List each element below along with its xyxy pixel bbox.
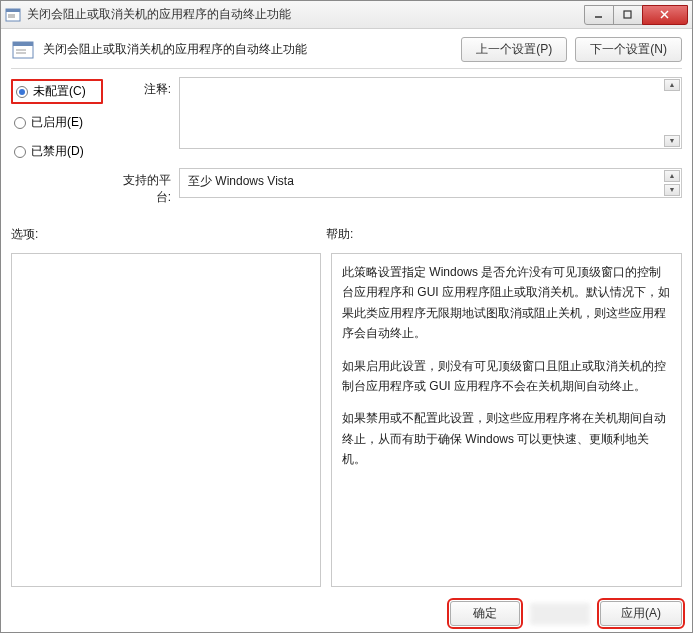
scroll-up-icon[interactable]: ▲ xyxy=(664,170,680,182)
radio-disabled[interactable]: 已禁用(D) xyxy=(11,141,103,162)
obscured-button xyxy=(530,603,590,625)
scroll-down-icon[interactable]: ▼ xyxy=(664,135,680,147)
radio-icon xyxy=(14,146,26,158)
header-row: 关闭会阻止或取消关机的应用程序的自动终止功能 上一个设置(P) 下一个设置(N) xyxy=(11,37,682,69)
panel-labels: 选项: 帮助: xyxy=(11,212,682,247)
minimize-button[interactable] xyxy=(584,5,614,25)
radio-group: 未配置(C) 已启用(E) 已禁用(D) xyxy=(11,77,103,162)
window-title: 关闭会阻止或取消关机的应用程序的自动终止功能 xyxy=(27,6,585,23)
next-setting-button[interactable]: 下一个设置(N) xyxy=(575,37,682,62)
apply-button[interactable]: 应用(A) xyxy=(600,601,682,626)
platform-value: 至少 Windows Vista xyxy=(188,174,294,188)
radio-icon xyxy=(16,86,28,98)
help-para: 此策略设置指定 Windows 是否允许没有可见顶级窗口的控制台应用程序和 GU… xyxy=(342,262,671,344)
setting-title: 关闭会阻止或取消关机的应用程序的自动终止功能 xyxy=(43,41,453,58)
maximize-button[interactable] xyxy=(613,5,643,25)
radio-enabled[interactable]: 已启用(E) xyxy=(11,112,103,133)
previous-setting-button[interactable]: 上一个设置(P) xyxy=(461,37,567,62)
policy-dialog: 关闭会阻止或取消关机的应用程序的自动终止功能 关闭会 xyxy=(0,0,693,633)
policy-icon xyxy=(5,7,21,23)
svg-rect-5 xyxy=(624,11,631,18)
platform-box: 至少 Windows Vista ▲ ▼ xyxy=(179,168,682,198)
scroll-down-icon[interactable]: ▼ xyxy=(664,184,680,196)
help-para: 如果禁用或不配置此设置，则这些应用程序将在关机期间自动终止，从而有助于确保 Wi… xyxy=(342,408,671,469)
platform-row: 支持的平台: 至少 Windows Vista ▲ ▼ xyxy=(11,168,682,206)
close-button[interactable] xyxy=(642,5,688,25)
radio-label: 未配置(C) xyxy=(33,83,86,100)
setting-icon xyxy=(11,38,35,62)
svg-rect-9 xyxy=(13,42,33,46)
options-panel xyxy=(11,253,321,587)
window-controls xyxy=(585,5,688,25)
titlebar: 关闭会阻止或取消关机的应用程序的自动终止功能 xyxy=(1,1,692,29)
help-panel: 此策略设置指定 Windows 是否允许没有可见顶级窗口的控制台应用程序和 GU… xyxy=(331,253,682,587)
help-para: 如果启用此设置，则没有可见顶级窗口且阻止或取消关机的控制台应用程序或 GUI 应… xyxy=(342,356,671,397)
ok-button[interactable]: 确定 xyxy=(450,601,520,626)
dialog-content: 关闭会阻止或取消关机的应用程序的自动终止功能 上一个设置(P) 下一个设置(N)… xyxy=(1,29,692,632)
comment-textarea[interactable]: ▲ ▼ xyxy=(179,77,682,149)
footer: 确定 应用(A) xyxy=(11,593,682,626)
options-label: 选项: xyxy=(11,226,326,243)
help-label: 帮助: xyxy=(326,226,682,243)
comment-label: 注释: xyxy=(111,77,171,98)
scroll-up-icon[interactable]: ▲ xyxy=(664,79,680,91)
config-row: 未配置(C) 已启用(E) 已禁用(D) 注释: ▲ ▼ xyxy=(11,75,682,162)
radio-label: 已启用(E) xyxy=(31,114,83,131)
radio-label: 已禁用(D) xyxy=(31,143,84,160)
panels: 此策略设置指定 Windows 是否允许没有可见顶级窗口的控制台应用程序和 GU… xyxy=(11,253,682,587)
radio-icon xyxy=(14,117,26,129)
platform-label: 支持的平台: xyxy=(111,168,171,206)
svg-rect-1 xyxy=(6,9,20,12)
radio-not-configured[interactable]: 未配置(C) xyxy=(11,79,103,104)
